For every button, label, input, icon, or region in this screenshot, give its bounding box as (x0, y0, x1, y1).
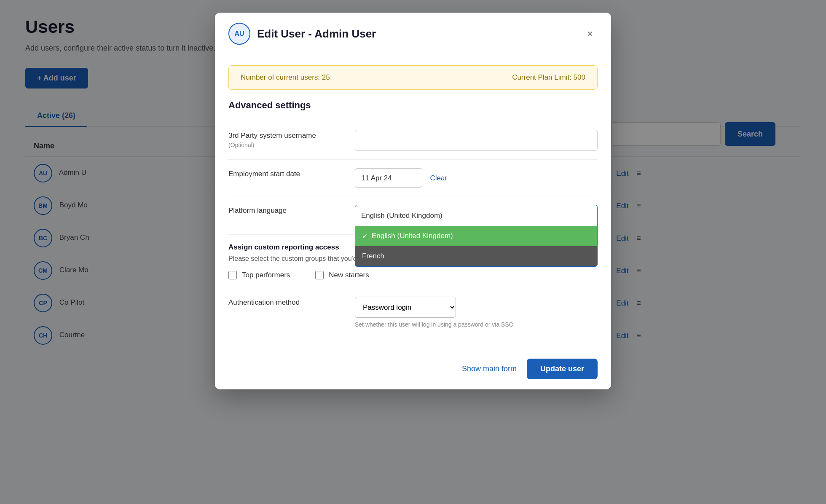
language-option-en[interactable]: ✓ English (United Kingdom) (355, 226, 597, 246)
auth-method-control: Password login SSO Set whether this user… (355, 297, 598, 328)
third-party-row: 3rd Party system username (Optional) (228, 121, 598, 159)
top-performers-checkbox[interactable] (228, 271, 237, 279)
third-party-control (355, 130, 598, 151)
modal-overlay: AU Edit User - Admin User × Number of cu… (0, 0, 826, 504)
employment-start-row: Employment start date 11 Apr 24 Clear (228, 159, 598, 196)
plan-banner: Number of current users: 25 Current Plan… (228, 65, 598, 90)
auth-method-label: Authentication method (228, 297, 355, 307)
language-selected-text: English (United Kingdom) (361, 212, 442, 220)
new-starters-checkbox[interactable] (315, 271, 324, 279)
language-container: English (United Kingdom) ✓ English (Unit… (355, 205, 598, 226)
language-select-trigger[interactable]: English (United Kingdom) (355, 205, 598, 226)
platform-language-row: Platform language English (United Kingdo… (228, 196, 598, 234)
current-users-text: Number of current users: 25 (241, 73, 330, 82)
new-starters-label: New starters (329, 271, 369, 279)
modal-avatar: AU (228, 23, 250, 45)
close-button[interactable]: × (582, 26, 598, 41)
advanced-settings-title: Advanced settings (228, 100, 598, 111)
lang-option-fr-label: French (362, 252, 384, 260)
auth-method-desc: Set whether this user will log in using … (355, 321, 598, 328)
platform-language-label: Platform language (228, 205, 355, 215)
checkboxes-row: Top performers New starters (228, 271, 598, 279)
language-dropdown: ✓ English (United Kingdom) French (355, 226, 598, 267)
date-input[interactable]: 11 Apr 24 (355, 168, 422, 188)
modal-title: Edit User - Admin User (257, 27, 582, 40)
clear-date-link[interactable]: Clear (430, 174, 447, 182)
show-main-form-link[interactable]: Show main form (462, 365, 517, 373)
check-icon: ✓ (362, 232, 367, 240)
top-performers-label: Top performers (242, 271, 290, 279)
lang-option-en-label: English (United Kingdom) (372, 232, 453, 240)
third-party-label: 3rd Party system username (Optional) (228, 130, 355, 148)
modal-body: Number of current users: 25 Current Plan… (215, 55, 611, 350)
modal-footer: Show main form Update user (215, 350, 611, 389)
optional-label: (Optional) (228, 142, 355, 148)
modal-header: AU Edit User - Admin User × (215, 13, 611, 55)
employment-start-control: 11 Apr 24 Clear (355, 168, 598, 188)
plan-limit-text: Current Plan Limit: 500 (512, 73, 585, 82)
language-option-fr[interactable]: French (355, 246, 597, 266)
edit-user-modal: AU Edit User - Admin User × Number of cu… (215, 13, 611, 389)
third-party-input[interactable] (355, 130, 598, 151)
employment-start-label: Employment start date (228, 168, 355, 178)
auth-method-row: Authentication method Password login SSO… (228, 288, 598, 336)
update-user-button[interactable]: Update user (527, 359, 598, 379)
auth-method-select[interactable]: Password login SSO (355, 297, 456, 318)
top-performers-checkbox-item[interactable]: Top performers (228, 271, 290, 279)
new-starters-checkbox-item[interactable]: New starters (315, 271, 369, 279)
